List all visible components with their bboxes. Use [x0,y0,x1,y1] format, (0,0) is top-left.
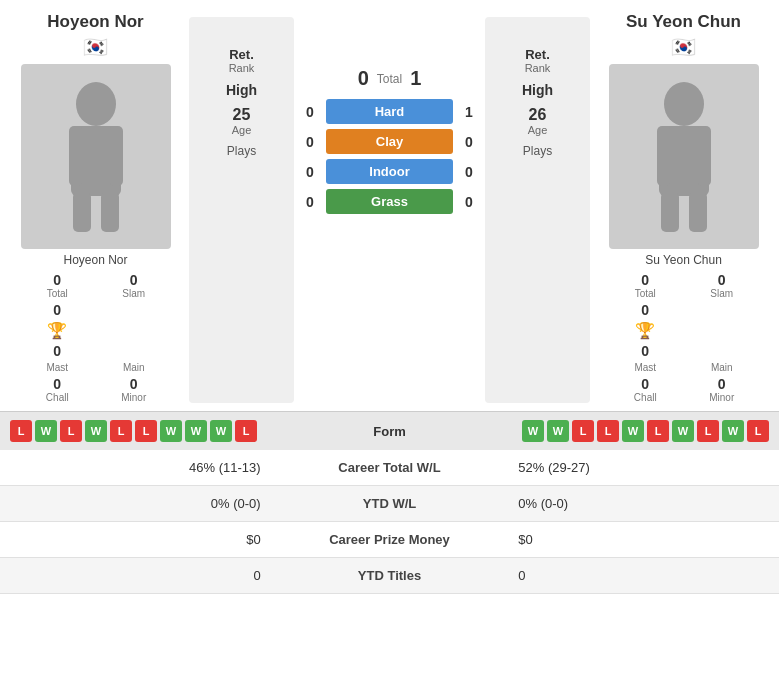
left-form-pill: L [110,420,132,442]
right-slam-lbl: Slam [710,288,733,299]
surface-rows: 0Hard10Clay00Indoor00Grass0 [300,99,479,219]
left-side-panel: Ret. Rank High 25 Age Plays [189,17,294,403]
left-trophy-icon: 🏆 [47,321,67,340]
left-form-pill: W [210,420,232,442]
table-row: 46% (11-13)Career Total W/L52% (29-27) [0,450,779,486]
total-score-row: 0 Total 1 [300,67,479,90]
left-player-stats-grid: 0 Total 0 Slam 0 🏆 0 Mast Main [21,272,171,403]
right-form-pill: L [697,420,719,442]
svg-rect-9 [697,126,711,186]
stat-center-label: YTD W/L [273,486,507,522]
left-form-pill: L [10,420,32,442]
right-form-pill: L [572,420,594,442]
left-player-photo [21,64,171,249]
surface-left-score: 0 [300,164,320,180]
stat-left-val: $0 [0,522,273,558]
surface-right-score: 0 [459,134,479,150]
right-chall-lbl: Chall [634,392,657,403]
right-player-photo [609,64,759,249]
left-slam-lbl: Slam [122,288,145,299]
left-form-pill: L [235,420,257,442]
left-form-pill: W [85,420,107,442]
surface-row-hard: 0Hard1 [300,99,479,124]
right-form-pill: L [747,420,769,442]
right-rank-label: Ret. [525,47,550,62]
left-chall-stat: 0 Chall [21,376,95,403]
surface-tag-grass: Grass [326,189,453,214]
stat-left-val: 0 [0,558,273,594]
surface-left-score: 0 [300,134,320,150]
left-form-pill: W [35,420,57,442]
right-minor-stat: 0 Minor [685,376,759,403]
left-form-pill: W [185,420,207,442]
surface-right-score: 0 [459,164,479,180]
right-age-val: 26 [529,106,547,124]
surface-right-score: 1 [459,104,479,120]
left-player-name: Hoyeon Nor [47,12,143,32]
right-player-stats-grid: 0 Total 0 Slam 0 🏆 0 Mast Main [609,272,759,403]
right-player-name-below: Su Yeon Chun [645,253,722,267]
svg-rect-8 [657,126,671,186]
left-player-flag: 🇰🇷 [83,35,108,59]
left-form-pill: W [160,420,182,442]
svg-rect-3 [109,126,123,186]
left-form-pill: L [60,420,82,442]
table-row: 0YTD Titles0 [0,558,779,594]
left-main-val: 0 [53,343,61,359]
stat-left-val: 46% (11-13) [0,450,273,486]
left-rating-row: High [226,82,257,98]
stat-right-val: $0 [506,522,779,558]
form-label: Form [350,424,430,439]
left-total-val: 0 [53,272,61,288]
left-slam-val: 0 [130,272,138,288]
surface-left-score: 0 [300,194,320,210]
left-plays-row: Plays [227,144,256,158]
left-chall-lbl: Chall [46,392,69,403]
left-rating-val: High [226,82,257,98]
left-minor-val: 0 [130,376,138,392]
right-player-flag: 🇰🇷 [671,35,696,59]
right-chall-stat: 0 Chall [609,376,683,403]
form-section: LWLWLLWWWL Form WWLLWLWLWL [0,411,779,450]
svg-rect-10 [661,192,679,232]
surface-tag-indoor: Indoor [326,159,453,184]
left-player-name-below: Hoyeon Nor [63,253,127,267]
right-slam-stat: 0 Slam [685,272,759,299]
right-minor-lbl: Minor [709,392,734,403]
stat-left-val: 0% (0-0) [0,486,273,522]
right-player-silhouette [649,82,719,232]
right-total-val: 0 [641,272,649,288]
right-form-pills: WWLLWLWLWL [430,420,770,442]
left-age-lbl: Age [232,124,252,136]
right-age-row: 26 Age [528,106,548,136]
left-minor-stat: 0 Minor [97,376,171,403]
right-total-lbl: Total [635,288,656,299]
left-mast-val: 0 [53,302,61,318]
right-main-lbl: Main [711,362,733,373]
right-age-lbl: Age [528,124,548,136]
left-form-pills: LWLWLLWWWL [10,420,350,442]
right-chall-val: 0 [641,376,649,392]
surface-row-grass: 0Grass0 [300,189,479,214]
surface-row-indoor: 0Indoor0 [300,159,479,184]
right-slam-val: 0 [718,272,726,288]
stats-table: 46% (11-13)Career Total W/L52% (29-27)0%… [0,450,779,594]
total-label: Total [377,72,402,86]
left-age-row: 25 Age [232,106,252,136]
right-main-val: 0 [641,343,649,359]
svg-rect-2 [69,126,83,186]
right-form-pill: W [547,420,569,442]
left-main-lbl: Main [123,362,145,373]
right-plays-lbl: Plays [523,144,552,158]
stat-right-val: 52% (29-27) [506,450,779,486]
left-player-silhouette [61,82,131,232]
left-rank-sublabel: Rank [229,62,255,74]
right-total-score: 1 [410,67,421,90]
right-form-pill: W [672,420,694,442]
right-rating-row: High [522,82,553,98]
left-plays-lbl: Plays [227,144,256,158]
right-plays-row: Plays [523,144,552,158]
right-side-panel: Ret. Rank High 26 Age Plays [485,17,590,403]
right-minor-val: 0 [718,376,726,392]
top-section: Hoyeon Nor 🇰🇷 Hoyeon Nor 0 Total [0,0,779,411]
